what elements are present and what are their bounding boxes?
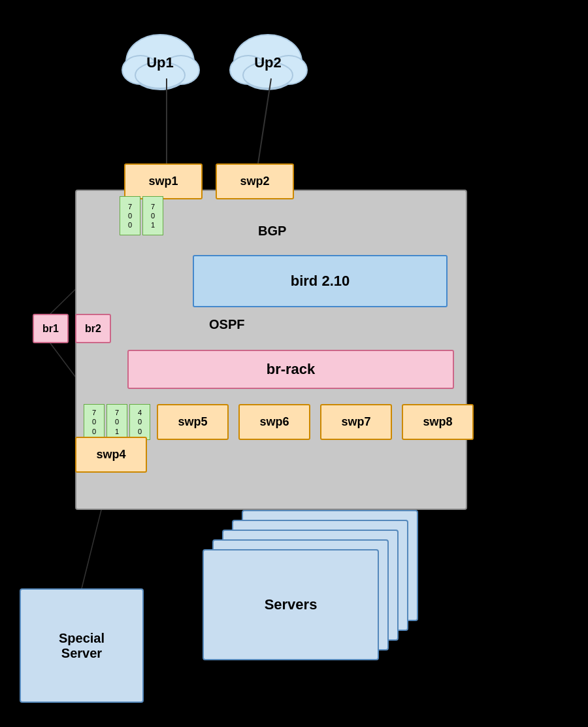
- svg-point-8: [243, 62, 293, 88]
- special-server-box: Special Server: [20, 588, 144, 703]
- vlan-700-top: 7 0 0: [120, 196, 140, 235]
- diagram: Up1 Up2: [0, 0, 588, 727]
- vlan-701-top: 7 0 1: [142, 196, 163, 235]
- svg-point-7: [270, 56, 307, 84]
- br1-box: br1: [33, 314, 69, 343]
- vlan-400-bottom: 4 0 0: [129, 404, 150, 440]
- svg-line-11: [258, 78, 271, 163]
- port-swp5[interactable]: swp5: [157, 404, 229, 440]
- svg-point-1: [122, 56, 159, 84]
- vlan-701-bottom: 7 0 1: [106, 404, 127, 440]
- svg-point-6: [230, 56, 267, 84]
- bird-box: bird 2.10: [193, 255, 448, 307]
- br2-box: br2: [75, 314, 111, 343]
- port-swp2[interactable]: swp2: [216, 163, 294, 199]
- port-swp4[interactable]: swp4: [75, 437, 147, 473]
- server-stack-item-1: Servers: [203, 549, 379, 660]
- bgp-label: BGP: [258, 224, 286, 239]
- svg-point-3: [135, 62, 185, 88]
- svg-point-5: [234, 35, 302, 90]
- svg-point-0: [126, 35, 194, 90]
- vlan-700-bottom: 7 0 0: [84, 404, 105, 440]
- port-swp6[interactable]: swp6: [238, 404, 310, 440]
- svg-text:Up2: Up2: [254, 54, 282, 71]
- servers-stack: Servers: [203, 510, 379, 647]
- port-swp1[interactable]: swp1: [124, 163, 203, 199]
- brrack-box: br-rack: [127, 350, 454, 389]
- svg-text:Up1: Up1: [146, 54, 174, 71]
- ospf-label: OSPF: [209, 317, 244, 332]
- port-swp8[interactable]: swp8: [402, 404, 474, 440]
- port-swp7[interactable]: swp7: [320, 404, 392, 440]
- svg-point-2: [163, 56, 199, 84]
